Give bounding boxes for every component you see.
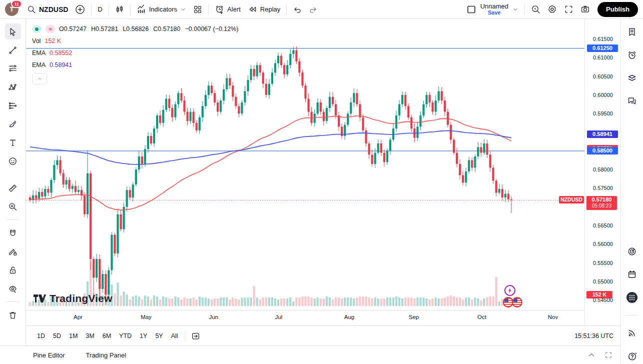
save-label[interactable]: Save	[488, 10, 501, 16]
help-button[interactable]	[624, 348, 640, 364]
magnet-icon	[8, 228, 18, 238]
calendar-button[interactable]	[624, 266, 640, 282]
fullscreen-button[interactable]	[560, 2, 577, 16]
price-axis-label: 0.60500	[585, 73, 621, 80]
time-axis-month-label: Aug	[344, 314, 354, 320]
flag-event-icon[interactable]	[512, 297, 522, 308]
price-axis[interactable]: 0.615000.610000.605000.600000.595000.580…	[584, 19, 621, 325]
ema-slow-legend-row: EMA 0.58941	[32, 59, 239, 71]
chevron-down-icon	[180, 6, 186, 12]
range-1y[interactable]: 1Y	[136, 330, 151, 342]
chevron-up-icon[interactable]	[587, 351, 595, 359]
measure-tool[interactable]	[5, 180, 21, 196]
apps-menu-button[interactable]	[624, 290, 640, 306]
divider	[524, 4, 525, 15]
user-avatar[interactable]: T 11	[5, 2, 19, 16]
pattern-tool[interactable]	[5, 79, 21, 95]
compare-add-button[interactable]	[72, 2, 89, 16]
trendline-tool[interactable]	[5, 42, 21, 58]
tab-pine-editor[interactable]: Pine Editor	[33, 352, 65, 359]
range-1d[interactable]: 1D	[33, 330, 49, 342]
replay-label: Replay	[260, 6, 280, 13]
price-axis-label: 0.56500	[585, 222, 621, 229]
screener-button[interactable]	[624, 244, 640, 260]
expand-icon[interactable]	[604, 351, 612, 359]
brush-tool[interactable]	[5, 116, 21, 132]
templates-button[interactable]	[190, 3, 206, 16]
lightning-event-icon[interactable]	[504, 285, 515, 296]
zoom-in-tool[interactable]	[5, 198, 21, 214]
last-price-value: 0.57180	[586, 196, 617, 203]
range-all[interactable]: All	[167, 330, 182, 342]
alerts-panel-button[interactable]	[624, 47, 640, 63]
drawing-toolbar	[0, 19, 26, 346]
watchlist-panel-button[interactable]	[624, 24, 640, 40]
interval-button[interactable]: D	[94, 4, 106, 15]
session-clock[interactable]: 15:51:36 UTC	[574, 332, 613, 340]
layout-square-icon	[466, 4, 476, 14]
legend-collapse-button[interactable]	[32, 73, 47, 84]
price-axis-badge: 0.58500	[587, 147, 618, 154]
change-value: −0.00067 (−0.12%)	[185, 26, 239, 32]
time-axis-month-label: Sep	[409, 314, 419, 320]
calendar-icon	[627, 270, 637, 280]
divider	[7, 220, 20, 220]
hide-drawings-tool[interactable]	[5, 280, 21, 296]
chart-style-button[interactable]	[112, 3, 128, 16]
time-axis-month-label: Jul	[275, 314, 283, 320]
range-5y[interactable]: 5Y	[151, 330, 167, 342]
snapshot-button[interactable]	[577, 2, 593, 16]
chevron-down-icon	[512, 6, 518, 12]
object-tree-button[interactable]	[624, 70, 640, 86]
calendar-go-icon	[191, 332, 200, 340]
alert-button[interactable]: Alert	[211, 2, 244, 16]
trendline-icon	[8, 46, 18, 55]
ema2-label: EMA	[32, 62, 46, 68]
range-6m[interactable]: 6M	[99, 330, 115, 342]
zoom-in-icon	[8, 202, 18, 212]
settings-button[interactable]	[544, 2, 560, 16]
chat-panel-button[interactable]	[624, 93, 640, 109]
quick-search-button[interactable]	[527, 2, 544, 16]
tab-trading-panel[interactable]: Trading Panel	[86, 352, 126, 359]
eye-icon	[8, 284, 18, 294]
lock-drawings-tool[interactable]	[5, 262, 21, 278]
bottom-panel: Pine Editor Trading Panel	[0, 346, 620, 364]
notification-badge: 11	[11, 0, 22, 8]
time-axis[interactable]: AprMayJunJulAugSepOctNov	[26, 310, 584, 326]
range-3m[interactable]: 3M	[82, 330, 98, 342]
magnet-tool[interactable]	[5, 225, 21, 241]
price-axis-label: 0.57500	[585, 184, 621, 192]
price-axis-label: 0.58000	[585, 166, 621, 173]
layout-name: Unnamed	[480, 3, 508, 10]
symbol-name: NZDUSD	[39, 6, 68, 14]
indicators-button[interactable]: Indicators	[133, 2, 190, 16]
layout-button[interactable]: Unnamed Save	[463, 1, 522, 18]
range-ytd[interactable]: YTD	[115, 330, 136, 342]
emoji-tool[interactable]	[5, 153, 21, 169]
ema-slow-line	[30, 131, 511, 164]
cursor-tool[interactable]	[5, 24, 21, 40]
drawing-mode-tool[interactable]	[5, 244, 21, 260]
quick-search-icon	[531, 4, 540, 14]
range-1m[interactable]: 1M	[65, 330, 82, 342]
feed-icon	[627, 328, 637, 338]
goto-date-button[interactable]	[188, 330, 204, 342]
publish-button[interactable]: Publish	[597, 2, 638, 17]
fib-tool[interactable]	[5, 60, 21, 76]
replay-button[interactable]: Replay	[244, 2, 284, 16]
forecast-tool[interactable]	[5, 98, 21, 114]
undo-button[interactable]	[289, 3, 305, 16]
divider	[185, 330, 185, 342]
news-feed-button[interactable]	[624, 325, 640, 341]
time-axis-month-label: Nov	[548, 314, 558, 320]
remove-drawings-tool[interactable]	[5, 307, 21, 323]
delayed-data-icon[interactable]: ≈	[46, 25, 55, 33]
market-status-icon[interactable]	[32, 25, 42, 33]
redo-button[interactable]	[305, 3, 321, 16]
ema-fast-line	[30, 116, 511, 210]
range-5d[interactable]: 5D	[49, 330, 65, 342]
text-tool[interactable]	[5, 134, 21, 150]
price-axis-label: 0.60000	[585, 92, 621, 98]
symbol-search-button[interactable]: NZDUSD	[24, 3, 72, 16]
